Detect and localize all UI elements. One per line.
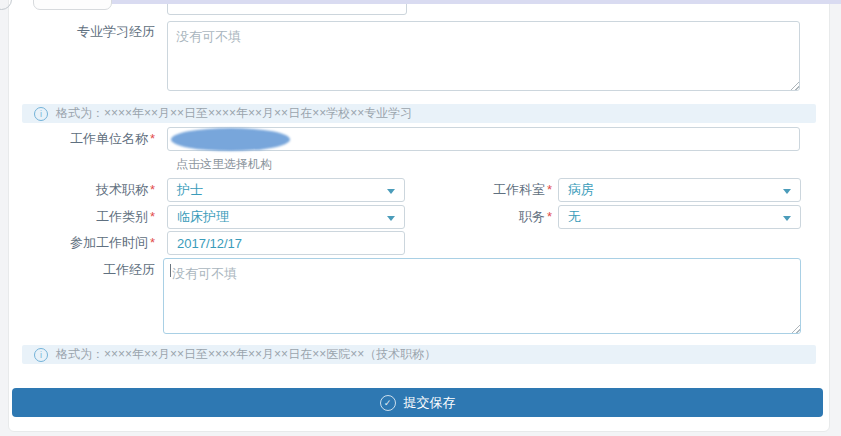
work-dept-label: 工作科室*	[430, 178, 552, 202]
work-dept-value: 病房	[568, 182, 594, 197]
study-format-note-text: 格式为：××××年××月××日至××××年××月××日在××学校××专业学习	[56, 105, 412, 122]
chevron-down-icon	[387, 189, 395, 194]
position-value: 无	[568, 209, 581, 224]
chevron-down-icon	[783, 216, 791, 221]
tech-title-select[interactable]: 护士	[167, 178, 405, 202]
check-circle-icon: ✓	[380, 395, 396, 411]
work-format-note: i 格式为：××××年××月××日至××××年××月××日在××医院××（技术职…	[22, 345, 816, 364]
study-experience-label: 专业学习经历	[0, 20, 173, 44]
submit-save-button[interactable]: ✓ 提交保存	[12, 388, 823, 417]
position-label: 职务*	[430, 205, 552, 229]
work-format-note-text: 格式为：××××年××月××日至××××年××月××日在××医院××（技术职称）	[56, 346, 436, 363]
required-mark: *	[150, 209, 155, 224]
redaction-blob	[171, 128, 290, 151]
tech-title-value: 护士	[177, 182, 203, 197]
required-mark: *	[547, 182, 552, 197]
study-experience-textarea[interactable]	[167, 21, 800, 91]
work-start-date-input[interactable]	[167, 231, 405, 255]
submit-save-label: 提交保存	[404, 394, 456, 412]
required-mark: *	[547, 209, 552, 224]
tech-title-label: 技术职称*	[0, 178, 155, 202]
text-cursor	[170, 264, 171, 277]
required-mark: *	[150, 131, 155, 146]
position-select[interactable]: 无	[558, 205, 801, 229]
top-divider-strip	[112, 0, 841, 4]
work-experience-textarea[interactable]	[163, 258, 801, 334]
required-mark: *	[150, 235, 155, 250]
work-start-date-label: 参加工作时间*	[0, 231, 155, 255]
work-category-value: 临床护理	[177, 209, 229, 224]
work-unit-label: 工作单位名称*	[0, 127, 155, 151]
select-institution-link[interactable]: 点击这里选择机构	[176, 156, 272, 173]
work-category-select[interactable]: 临床护理	[167, 205, 405, 229]
chevron-down-icon	[783, 189, 791, 194]
cropped-tab-fragment	[33, 0, 112, 10]
required-mark: *	[150, 182, 155, 197]
work-dept-select[interactable]: 病房	[558, 178, 801, 202]
info-icon: i	[34, 348, 48, 362]
info-icon: i	[34, 107, 48, 121]
chevron-down-icon	[387, 216, 395, 221]
work-category-label: 工作类别*	[0, 205, 155, 229]
study-format-note: i 格式为：××××年××月××日至××××年××月××日在××学校××专业学习	[22, 104, 816, 123]
work-experience-label: 工作经历	[0, 258, 173, 282]
